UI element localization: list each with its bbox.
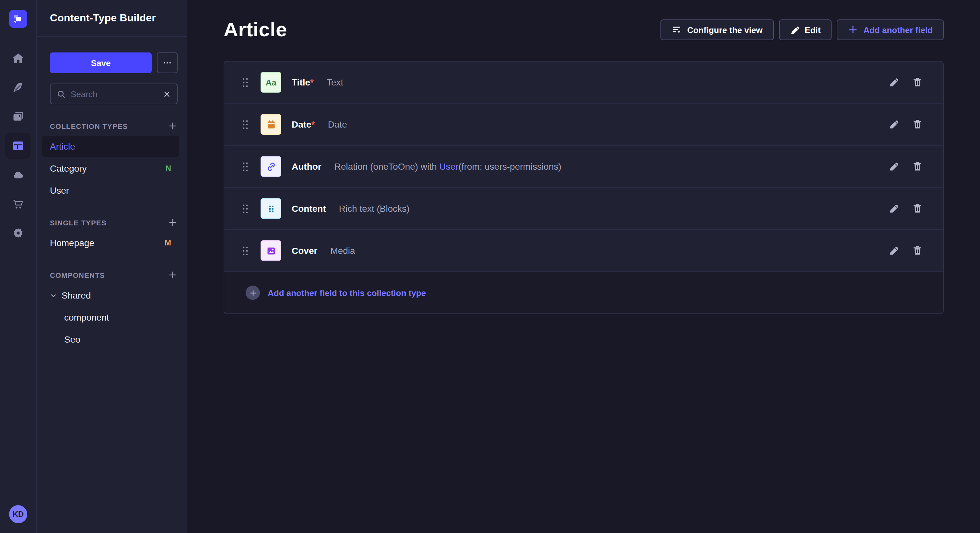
save-button[interactable]: Save [50,52,152,73]
nav-media-library[interactable] [5,104,31,130]
drag-handle-icon[interactable] [240,77,250,88]
field-type: Relation (oneToOne) with User(from: user… [334,161,561,171]
relation-field-icon [261,156,281,177]
layout-icon [12,140,24,152]
row-actions [889,119,922,130]
cloud-icon [12,169,24,181]
media-field-icon [261,240,281,261]
delete-field-button[interactable] [913,161,922,171]
row-actions [889,203,922,214]
field-row-author: Author Relation (oneToOne) with User(fro… [224,146,943,188]
field-name: Content [292,203,326,214]
pencil-icon [889,161,899,171]
required-marker: * [312,119,315,130]
gear-icon [12,227,24,239]
field-name: Author [292,161,321,171]
edit-field-button[interactable] [889,203,899,214]
search-input[interactable] [71,89,158,99]
field-row-date: Date* Date [224,104,943,146]
edit-button[interactable]: Edit [779,19,832,40]
edit-field-button[interactable] [889,161,899,171]
save-row: Save [50,52,178,73]
edit-field-button[interactable] [889,246,899,256]
delete-field-button[interactable] [913,119,922,130]
nav-content-type-builder[interactable] [5,133,31,159]
ellipsis-icon [163,58,172,67]
section-collection-types: COLLECTION TYPES Article Category N [50,121,178,201]
nav-settings[interactable] [5,220,31,246]
button-label: Edit [805,25,821,35]
nav-marketplace[interactable] [5,191,31,217]
rail-nav-items [5,45,31,246]
sidebar-item-homepage[interactable]: Homepage M [42,233,179,253]
images-icon [12,111,24,122]
edit-field-button[interactable] [889,119,899,130]
add-collection-type-button[interactable] [168,121,178,131]
search-icon [57,90,65,98]
sidebar-title: Content-Type Builder [50,12,156,24]
sidebar-item-article[interactable]: Article [42,136,179,157]
section-components: COMPONENTS Shared com [50,270,178,350]
close-icon [163,90,170,97]
header-actions: Configure the view Edit Add another fiel… [661,19,944,40]
main-content: Article Configure the view Edit [187,0,980,533]
plus-icon [168,270,178,280]
row-actions [889,246,922,256]
plus-icon [848,25,858,35]
delete-field-button[interactable] [913,77,922,87]
content-type-builder-app: KD Content-Type Builder Save [0,0,980,533]
edit-field-button[interactable] [889,77,899,87]
drag-handle-icon[interactable] [240,119,250,130]
button-label: Configure the view [687,25,763,35]
footer-label: Add another field to this collection typ… [268,288,426,298]
required-marker: * [310,77,314,87]
item-label: Category [50,163,87,174]
collection-types-list: Article Category N User [42,136,179,201]
strapi-logo-icon [9,10,27,28]
drag-handle-icon[interactable] [240,161,250,172]
drag-handle-icon[interactable] [240,203,250,214]
sidebar-item-category[interactable]: Category N [42,158,179,179]
field-row-cover: Cover Media [224,230,943,272]
pencil-icon [790,25,800,35]
text-field-icon: Aa [261,72,281,93]
blocks-field-icon [261,198,281,219]
add-another-field-button[interactable]: Add another field [837,19,944,40]
clear-search-button[interactable] [163,90,170,97]
delete-field-button[interactable] [913,203,922,214]
strapi-logo[interactable] [9,10,27,28]
status-badge-modified: M [165,238,171,247]
plus-icon [168,121,178,131]
nav-content-manager[interactable] [5,75,31,100]
page-title: Article [224,18,287,41]
more-options-button[interactable] [157,52,178,73]
sidebar-item-seo[interactable]: Seo [42,329,179,350]
component-group-shared[interactable]: Shared [42,285,179,306]
blocks-grid-icon [266,204,276,213]
configure-view-icon [672,25,682,35]
drag-handle-icon[interactable] [240,245,250,256]
sidebar-item-user[interactable]: User [42,180,179,201]
date-field-icon [261,114,281,135]
sidebar-item-component[interactable]: component [42,307,179,328]
item-label: component [64,312,109,322]
nav-home[interactable] [5,45,31,71]
user-avatar[interactable]: KD [9,505,27,523]
field-row-title: Aa Title* Text [224,62,943,104]
nav-cloud[interactable] [5,162,31,188]
item-label: User [50,185,69,195]
trash-icon [913,246,922,256]
cart-icon [12,198,24,210]
delete-field-button[interactable] [913,246,922,256]
add-single-type-button[interactable] [168,217,178,227]
add-component-button[interactable] [168,270,178,280]
configure-view-button[interactable]: Configure the view [661,19,774,40]
image-icon [266,245,277,256]
field-name: Date* [292,119,315,130]
ctb-sidebar: Content-Type Builder Save [37,0,187,533]
item-label: Seo [64,334,80,344]
plus-circle-icon [246,286,260,300]
add-field-footer-button[interactable]: Add another field to this collection typ… [224,272,943,314]
search-box [50,84,178,104]
trash-icon [913,119,922,130]
